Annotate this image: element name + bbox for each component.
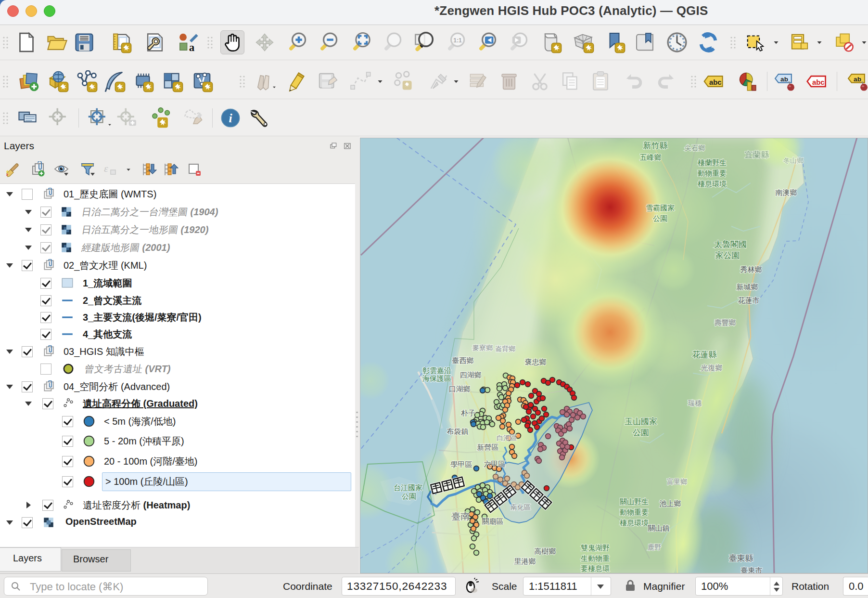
svg-text:南澳鄉: 南澳鄉 xyxy=(776,188,797,196)
svg-text:家公園: 家公園 xyxy=(715,251,740,260)
svg-text:富里鄉: 富里鄉 xyxy=(667,478,687,485)
svg-text:abc: abc xyxy=(812,78,825,86)
svg-text:四湖鄉: 四湖鄉 xyxy=(460,371,482,379)
svg-text:六甲區: 六甲區 xyxy=(484,460,506,468)
svg-text:新城鄉: 新城鄉 xyxy=(737,283,758,291)
svg-text:台江國家: 台江國家 xyxy=(394,483,422,492)
svg-text:臺南: 臺南 xyxy=(451,511,470,521)
svg-text:尖石鄉: 尖石鄉 xyxy=(685,144,705,152)
svg-text:花蓮市: 花蓮市 xyxy=(738,296,760,304)
svg-text:關山野生: 關山野生 xyxy=(620,497,649,506)
svg-text:動物重要: 動物重要 xyxy=(698,169,727,177)
svg-text:棲息環境: 棲息環境 xyxy=(698,180,727,188)
svg-text:生動物重: 生動物重 xyxy=(581,554,610,562)
svg-text:abc: abc xyxy=(709,78,722,86)
svg-text:公園: 公園 xyxy=(633,428,649,437)
svg-text:玉山國家: 玉山國家 xyxy=(625,417,657,426)
svg-text:1:1: 1:1 xyxy=(453,37,462,44)
svg-text:太魯閣國: 太魯閣國 xyxy=(714,240,747,249)
svg-text:ε: ε xyxy=(104,162,108,174)
svg-text:新營區: 新營區 xyxy=(477,443,499,451)
svg-text:褒忠鄉: 褒忠鄉 xyxy=(525,358,547,366)
svg-text:新竹縣: 新竹縣 xyxy=(643,141,668,150)
svg-text:i: i xyxy=(229,111,232,125)
svg-text:麥寮鄉: 麥寮鄉 xyxy=(472,344,493,351)
svg-text:公園: 公園 xyxy=(653,214,667,222)
svg-text:光復鄉: 光復鄉 xyxy=(701,364,723,372)
svg-text:朴子: 朴子 xyxy=(460,409,475,417)
svg-text:白河區: 白河區 xyxy=(497,434,517,442)
svg-text:宜蘭縣: 宜蘭縣 xyxy=(745,150,769,159)
svg-text:a: a xyxy=(189,41,195,53)
svg-text:瑞穗: 瑞穗 xyxy=(688,399,702,407)
svg-text:南化區: 南化區 xyxy=(511,503,531,511)
svg-text:秀林鄉: 秀林鄉 xyxy=(740,265,762,273)
svg-text:要棲息環: 要棲息環 xyxy=(581,564,610,572)
svg-text:關山鎮: 關山鎮 xyxy=(648,524,670,532)
svg-text:壽豐鄉: 壽豐鄉 xyxy=(715,318,736,326)
svg-text:雪霸國家: 雪霸國家 xyxy=(646,204,675,212)
svg-text:彰雲嘉沿: 彰雲嘉沿 xyxy=(422,366,451,375)
svg-text:池上鄉: 池上鄉 xyxy=(660,499,681,507)
svg-text:臺東縣: 臺東縣 xyxy=(729,554,753,563)
svg-text:雙鬼湖野: 雙鬼湖野 xyxy=(581,544,610,552)
svg-text:臺西鄉: 臺西鄉 xyxy=(452,356,474,364)
svg-text:海保護區: 海保護區 xyxy=(422,374,451,382)
svg-text:ab: ab xyxy=(854,76,861,83)
svg-text:口湖鄉: 口湖鄉 xyxy=(449,385,471,393)
svg-text:布袋鎮: 布袋鎮 xyxy=(447,427,469,435)
svg-text:鹿野: 鹿野 xyxy=(648,543,661,551)
svg-text:臺東市: 臺東市 xyxy=(741,566,763,573)
svg-text:學甲區: 學甲區 xyxy=(451,460,472,468)
svg-text:公園: 公園 xyxy=(402,492,416,500)
svg-text:高樹鄉: 高樹鄉 xyxy=(535,547,556,555)
svg-text:棲蘭野生: 棲蘭野生 xyxy=(698,158,727,167)
svg-text:五峰鄉: 五峰鄉 xyxy=(640,153,662,161)
svg-text:ab: ab xyxy=(780,76,788,83)
svg-text:棲息環境: 棲息環境 xyxy=(620,519,649,527)
svg-text:花蓮縣: 花蓮縣 xyxy=(692,350,717,359)
svg-text:動物重要: 動物重要 xyxy=(620,508,649,516)
svg-text:里港鄉: 里港鄉 xyxy=(514,557,536,565)
svg-text:冬山鄉: 冬山鄉 xyxy=(783,156,804,164)
svg-text:崙背鄉: 崙背鄉 xyxy=(495,345,515,352)
svg-text:關廟區: 關廟區 xyxy=(482,517,504,525)
